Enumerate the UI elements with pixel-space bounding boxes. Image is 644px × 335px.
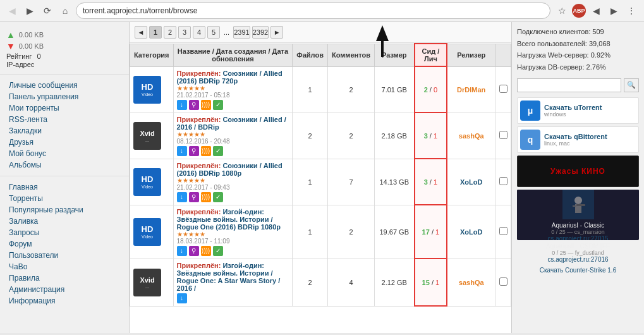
address-bar[interactable]	[76, 3, 550, 19]
rel-link-3[interactable]: XoLoD	[460, 178, 482, 186]
sidebar-link-popular[interactable]: Популярные раздачи	[0, 204, 129, 216]
row-checkbox-2[interactable]	[499, 131, 507, 139]
sidebar-link-admin[interactable]: Администрация	[0, 284, 129, 295]
pinned-label-5: Прикреплён:	[177, 262, 221, 269]
page-5-btn[interactable]: 5	[207, 26, 220, 39]
download-icon-5[interactable]: ↓	[177, 293, 187, 303]
row-checkbox-5[interactable]	[499, 277, 507, 286]
table-row: HD Video Прикреплён: Союзники / Allied (…	[130, 66, 511, 113]
page-4-btn[interactable]: 4	[193, 26, 205, 39]
rss-icon-3[interactable]: ))))	[201, 192, 211, 202]
sidebar-link-albums[interactable]: Альбомы	[0, 159, 129, 171]
sidebar-link-rules[interactable]: Правила	[0, 272, 129, 284]
server-link-2[interactable]: cs.aqproject.ru:27016	[517, 256, 639, 263]
sidebar-link-bonus[interactable]: Мой бонус	[0, 148, 129, 159]
page-2391-btn[interactable]: 2391	[233, 26, 250, 39]
row-checkbox-3[interactable]	[499, 177, 507, 185]
cat-img-2: Xvid ...	[133, 122, 161, 150]
sidebar-link-forum[interactable]: Форум	[0, 238, 129, 250]
rel-link-4[interactable]: XoLoD	[460, 228, 482, 236]
sidebar-link-panel[interactable]: Панель управления	[0, 91, 129, 102]
back-button[interactable]: ◀	[5, 4, 19, 18]
pagination-bar: ◄ 1 2 3 4 5 ... 2391 2392 ►	[130, 22, 511, 43]
page-1-btn[interactable]: 1	[149, 26, 162, 39]
row-checkbox-1[interactable]	[499, 85, 507, 93]
next-page-btn[interactable]: ►	[270, 26, 283, 39]
rating-label: Рейтинг	[6, 52, 32, 60]
cat-img-1: HD Video	[133, 76, 161, 104]
sidebar-link-rss[interactable]: RSS-лента	[0, 114, 129, 125]
sidebar-link-mytorrents[interactable]: Мои торренты	[0, 102, 129, 114]
seed-cell-4: 17 / 1	[415, 205, 447, 259]
main-content: ◄ 1 2 3 4 5 ... 2391 2392 ► Категория На…	[130, 22, 511, 333]
forward-button[interactable]: ▶	[23, 4, 37, 18]
sidebar-link-home[interactable]: Главная	[0, 181, 129, 193]
size-cell-3: 14.13 GB	[375, 159, 415, 205]
search-button[interactable]: 🔍	[624, 78, 639, 92]
magnet-icon-3[interactable]: ⚲	[189, 192, 199, 202]
torrent-table: Категория Название / Дата создания / Дат…	[130, 43, 511, 307]
cat-cell-4: HD Video	[130, 205, 174, 259]
next-page-button[interactable]: ▶	[606, 3, 621, 18]
rel-link-5[interactable]: sashQa	[459, 279, 484, 286]
rel-cell-1: DrDlMan	[447, 66, 495, 113]
home-button[interactable]: ⌂	[58, 4, 72, 18]
check-icon-2[interactable]: ✓	[213, 146, 223, 156]
sidebar-link-users[interactable]: Пользователи	[0, 250, 129, 261]
bookmark-button[interactable]: ☆	[554, 3, 569, 18]
table-row: Xvid ... Прикреплён: Изгой-один: Звёздны…	[130, 259, 511, 306]
magnet-icon-1[interactable]: ⚲	[189, 100, 199, 110]
rss-icon-4[interactable]: ))))	[201, 246, 211, 256]
sidebar-link-friends[interactable]: Друзья	[0, 137, 129, 148]
sidebar-link-upload[interactable]: Заливка	[0, 216, 129, 227]
sidebar-link-info[interactable]: Информация	[0, 295, 129, 307]
qbittorrent-download[interactable]: q Скачать qBittorent linux, mac	[517, 126, 639, 153]
check-icon-4[interactable]: ✓	[213, 246, 223, 256]
sidebar-link-faq[interactable]: ЧаВо	[0, 261, 129, 272]
files-cell-1: 1	[293, 66, 328, 113]
sidebar-link-bookmarks[interactable]: Закладки	[0, 125, 129, 137]
size-cell-1: 7.01 GB	[375, 66, 415, 113]
check-icon-3[interactable]: ✓	[213, 192, 223, 202]
download-icon-2[interactable]: ↓	[177, 146, 187, 156]
ip-label: IP-адрес	[6, 61, 34, 68]
rating-down-value: 0.00 KB	[19, 42, 44, 50]
utorrent-download[interactable]: μ Скачать uTorrent windows	[517, 97, 639, 124]
game-banner-1[interactable]: AquariusI - Classic 0 / 25 — cs_mansion …	[517, 190, 639, 240]
rel-cell-3: XoLoD	[447, 159, 495, 205]
page-2-btn[interactable]: 2	[164, 26, 176, 39]
menu-button[interactable]: ⋮	[624, 3, 639, 18]
refresh-button[interactable]: ⟳	[40, 4, 54, 18]
rss-icon-1[interactable]: ))))	[201, 100, 211, 110]
svg-rect-4	[573, 205, 576, 207]
prev-page-button[interactable]: ◀	[588, 3, 604, 18]
utorrent-text: Скачать uTorrent windows	[544, 104, 602, 118]
page-3-btn[interactable]: 3	[178, 26, 191, 39]
col-check	[495, 44, 511, 66]
row-checkbox-4[interactable]	[499, 227, 507, 235]
sidebar-link-requests[interactable]: Запросы	[0, 227, 129, 238]
qbit-icon: q	[520, 130, 540, 150]
col-category: Категория	[130, 44, 174, 66]
cs-download-link[interactable]: Скачать Counter-Strike 1.6	[517, 267, 639, 274]
date-info-1: 21.02.2017 - 05:18	[177, 92, 289, 99]
prev-page-btn[interactable]: ◄	[135, 26, 147, 39]
check-icon-1[interactable]: ✓	[213, 100, 223, 110]
stat-users: Всего пользователей: 39,068	[517, 38, 639, 50]
search-input[interactable]	[517, 78, 621, 92]
magnet-icon-2[interactable]: ⚲	[189, 146, 199, 156]
download-icon-4[interactable]: ↓	[177, 246, 187, 256]
sidebar-link-messages[interactable]: Личные сообщения	[0, 80, 129, 91]
download-icon-1[interactable]: ↓	[177, 100, 187, 110]
server-link-1[interactable]: cs.aqproject.ru:27015	[547, 235, 608, 240]
magnet-icon-4[interactable]: ⚲	[189, 246, 199, 256]
horror-banner[interactable]: Ужасы КИНО	[517, 155, 639, 187]
sidebar-link-torrents[interactable]: Торренты	[0, 193, 129, 204]
download-icon-3[interactable]: ↓	[177, 192, 187, 202]
chk-cell-4	[495, 205, 511, 259]
sidebar-user: ▲ 0.00 KB ▼ 0.00 KB Рейтинг 0 IP-адрес	[0, 27, 129, 75]
rel-link-1[interactable]: DrDlMan	[457, 86, 485, 94]
rss-icon-2[interactable]: ))))	[201, 146, 211, 156]
rel-link-2[interactable]: sashQa	[459, 132, 484, 140]
page-2392-btn[interactable]: 2392	[252, 26, 269, 39]
